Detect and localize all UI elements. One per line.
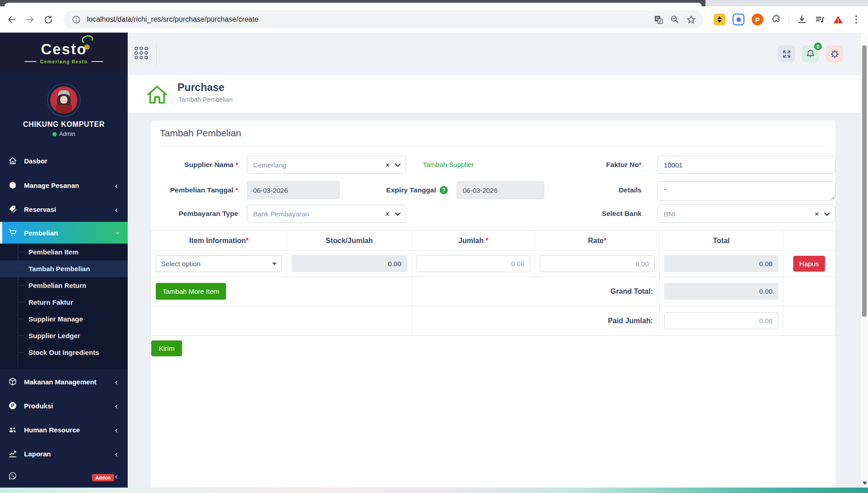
logo[interactable]: Cesto Cemerlang Resto bbox=[0, 33, 128, 72]
chevron-down-icon[interactable] bbox=[824, 210, 830, 216]
chevron-down-icon[interactable] bbox=[395, 161, 401, 167]
extension-p-icon[interactable]: P bbox=[752, 14, 763, 25]
logo-badge-graphic bbox=[84, 44, 90, 50]
notification-count-badge: 0 bbox=[813, 42, 823, 51]
supplier-select-value: Cemerlang bbox=[253, 161, 286, 169]
sidebar-item-produksi[interactable]: P Produksi ‹ bbox=[0, 395, 128, 416]
submenu-item-pembelian-item[interactable]: Pembelian Item bbox=[0, 244, 128, 260]
clear-icon[interactable]: × bbox=[385, 161, 390, 169]
sidebar-item-label: Laporan bbox=[24, 450, 51, 458]
expiry-tanggal-input[interactable] bbox=[456, 181, 544, 199]
browser-active-tab[interactable] bbox=[5, 3, 702, 6]
pembayaran-type-select[interactable]: Bank Pembayaran × bbox=[247, 205, 406, 223]
logo-dash-left bbox=[24, 61, 36, 62]
rate-input[interactable] bbox=[540, 255, 655, 272]
page-header: Purchase Tambah Pembelian bbox=[128, 75, 860, 113]
chart-icon bbox=[8, 449, 17, 458]
sidebar-item-reservasi[interactable]: Reservasi ‹ bbox=[0, 198, 128, 220]
chevron-left-icon: ‹ bbox=[115, 450, 118, 458]
help-icon[interactable]: ? bbox=[440, 186, 448, 194]
sidebar-item-label: Dasbor bbox=[24, 157, 48, 165]
col-item-information: Item Information* bbox=[151, 231, 287, 251]
translate-icon[interactable]: G bbox=[653, 14, 664, 25]
forward-icon[interactable] bbox=[24, 14, 35, 25]
media-queue-icon[interactable] bbox=[815, 14, 825, 25]
faktur-no-input[interactable] bbox=[657, 156, 835, 174]
submenu-item-supplier-manage[interactable]: Supplier Manage bbox=[0, 311, 128, 327]
apps-grid-icon[interactable] bbox=[134, 45, 149, 62]
sidebar-item-pembelian[interactable]: Pembelian ‹ bbox=[0, 222, 128, 244]
tambah-more-item-button[interactable]: Tambah More Item bbox=[156, 283, 226, 300]
chevron-left-icon: ‹ bbox=[115, 181, 118, 190]
site-info-icon[interactable] bbox=[71, 14, 82, 25]
chevron-down-icon[interactable] bbox=[395, 210, 401, 216]
details-textarea[interactable]: - bbox=[657, 181, 835, 201]
extension-dot-icon[interactable] bbox=[733, 14, 744, 25]
sidebar-item-makanan-management[interactable]: Makanan Management ‹ bbox=[0, 371, 128, 392]
url-bar[interactable]: localhost/data/richi_res/src/purchase/pu… bbox=[63, 10, 704, 29]
browser-tabstrip bbox=[0, 0, 868, 6]
sidebar-item-human-resource[interactable]: Human Resource ‹ bbox=[0, 419, 128, 440]
zoom-out-icon[interactable] bbox=[669, 14, 680, 25]
card-divider bbox=[160, 146, 826, 146]
paid-jumlah-label: Paid Jumlah: bbox=[412, 306, 660, 336]
bank-select[interactable]: BNI × bbox=[657, 205, 835, 223]
svg-text:P: P bbox=[11, 403, 14, 408]
submenu-item-return-faktur[interactable]: Return Faktur bbox=[0, 294, 128, 311]
submenu-item-stock-out-ingredients[interactable]: Stock Out Ingredients bbox=[0, 344, 128, 361]
warning-icon[interactable] bbox=[833, 14, 844, 25]
scrollbar-down-arrow[interactable] bbox=[863, 482, 867, 485]
cart-icon bbox=[8, 228, 17, 237]
total-readonly-input bbox=[664, 255, 778, 272]
jumlah-input[interactable] bbox=[417, 255, 530, 272]
page-title: Purchase bbox=[177, 81, 225, 94]
expiry-tanggal-label: Expiry Tanggal bbox=[345, 181, 436, 199]
bottom-gradient-strip bbox=[0, 488, 868, 493]
browser-newtab-zone bbox=[705, 0, 868, 6]
url-text[interactable]: localhost/data/richi_res/src/purchase/pu… bbox=[87, 15, 259, 24]
sidebar-item-laporan[interactable]: Laporan ‹ bbox=[0, 443, 128, 464]
sidebar-item-dasbor[interactable]: Dasbor bbox=[0, 150, 128, 172]
paid-jumlah-row: Paid Jumlah: bbox=[151, 306, 835, 336]
sidebar-item-label: Reservasi bbox=[24, 206, 56, 213]
downloads-icon[interactable] bbox=[796, 14, 807, 25]
extensions-puzzle-icon[interactable] bbox=[771, 14, 782, 25]
notifications-button[interactable]: 0 bbox=[802, 45, 819, 62]
sidebar-item-manage-pesanan[interactable]: Manage Pesanan ‹ bbox=[0, 174, 128, 196]
stock-readonly-input bbox=[292, 255, 407, 272]
item-row: Select option Hapus bbox=[151, 251, 835, 277]
orders-cube-icon bbox=[8, 181, 17, 190]
clear-icon[interactable]: × bbox=[385, 210, 390, 218]
submenu-item-tambah-pembelian[interactable]: Tambah Pembelian bbox=[0, 260, 128, 277]
reload-icon[interactable] bbox=[43, 14, 53, 25]
bookmark-star-icon[interactable] bbox=[686, 14, 696, 25]
extension-updown-icon[interactable] bbox=[714, 14, 725, 25]
pembelian-tanggal-input[interactable] bbox=[247, 181, 340, 199]
submenu-item-supplier-ledger[interactable]: Supplier Ledger bbox=[0, 327, 128, 344]
paid-jumlah-input[interactable] bbox=[664, 312, 778, 329]
supplier-select[interactable]: Cemerlang × bbox=[247, 156, 406, 174]
sidebar-item-label: Human Resource bbox=[24, 426, 80, 434]
item-select[interactable]: Select option bbox=[156, 255, 282, 272]
scrollbar-thumb[interactable] bbox=[862, 45, 867, 317]
col-stock-jumlah: Stock/Jumlah bbox=[287, 231, 412, 251]
clear-icon[interactable]: × bbox=[815, 210, 819, 218]
browser-menu-icon[interactable] bbox=[851, 14, 862, 25]
sidebar: Cesto Cemerlang Resto CHIKUNG KOMPUTER A… bbox=[0, 33, 128, 493]
kirim-button[interactable]: Kirim bbox=[151, 340, 182, 356]
col-actions bbox=[783, 231, 835, 251]
avatar[interactable] bbox=[47, 83, 81, 117]
back-icon[interactable] bbox=[6, 14, 17, 25]
whatsapp-icon bbox=[8, 471, 17, 480]
submenu-item-pembelian-return[interactable]: Pembelian Return bbox=[0, 277, 128, 294]
select-bank-label: Select Bank bbox=[551, 205, 642, 223]
hapus-button[interactable]: Hapus bbox=[793, 256, 825, 272]
tambah-supplier-link[interactable]: Tambah Supplier bbox=[423, 156, 474, 174]
tambah-pembelian-card: Tambah Pembelian Supplier Nama * Cemerla… bbox=[151, 120, 835, 493]
fullscreen-button[interactable] bbox=[778, 45, 795, 62]
tags-icon bbox=[8, 205, 17, 214]
scrollbar[interactable] bbox=[860, 33, 868, 493]
settings-button[interactable] bbox=[826, 45, 843, 62]
chevron-left-icon: ‹ bbox=[115, 378, 118, 386]
pembelian-submenu: Pembelian Item Tambah Pembelian Pembelia… bbox=[0, 244, 128, 369]
